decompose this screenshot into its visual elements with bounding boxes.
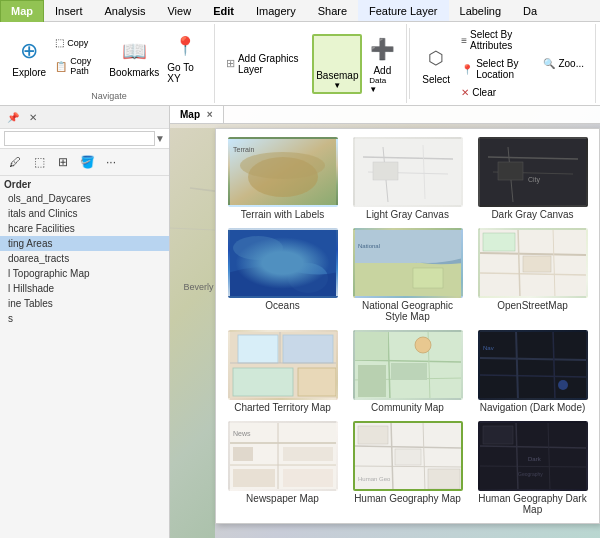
list-item[interactable]: hcare Facilities bbox=[0, 221, 169, 236]
select-button[interactable]: ⬡ Select bbox=[418, 39, 454, 88]
divider-1 bbox=[409, 28, 410, 99]
explore-icon: ⊕ bbox=[13, 35, 45, 67]
newspaper-svg: News bbox=[228, 421, 338, 491]
list-item[interactable]: ine Tables bbox=[0, 296, 169, 311]
select-label: Select bbox=[422, 74, 450, 85]
svg-rect-61 bbox=[233, 447, 253, 461]
map-canvas[interactable]: Beverly Hills bbox=[170, 128, 215, 538]
humangeo-dark-label: Human Geography Dark Map bbox=[478, 493, 588, 515]
tab-analysis[interactable]: Analysis bbox=[94, 0, 157, 21]
bookmarks-button[interactable]: 📖 Bookmarks bbox=[108, 32, 160, 81]
basemap-item-navdark[interactable]: Nav Navigation (Dark Mode) bbox=[474, 330, 591, 413]
community-svg bbox=[353, 330, 463, 400]
select-by-attributes-button[interactable]: ≡ Select By Attributes bbox=[456, 26, 536, 54]
basemap-item-humangeo-dark[interactable]: Dark Geography Human Geography Dark Map bbox=[474, 421, 591, 515]
openstreet-svg bbox=[478, 228, 588, 298]
edit-items: ⊞ Add Graphics Layer Basemap ▼ ➕ bbox=[221, 30, 400, 97]
svg-point-5 bbox=[248, 157, 318, 197]
tab-insert[interactable]: Insert bbox=[44, 0, 94, 21]
tab-share[interactable]: Share bbox=[307, 0, 358, 21]
basemap-thumb-humangeo: Human Geo bbox=[353, 421, 463, 491]
basemap-item-openstreet[interactable]: OpenStreetMap bbox=[474, 228, 591, 322]
tab-view[interactable]: View bbox=[156, 0, 202, 21]
goto-icon: 📍 bbox=[169, 30, 201, 62]
add-data-button[interactable]: ➕ Add Data ▼ bbox=[364, 30, 400, 97]
paste-button[interactable]: 📋 Copy Path bbox=[50, 53, 106, 79]
list-item[interactable]: doarea_tracts bbox=[0, 251, 169, 266]
terrain-svg: Terrain bbox=[228, 137, 338, 207]
basemap-item-terrain[interactable]: Terrain Terrain with Labels bbox=[224, 137, 341, 220]
basemap-item-newspaper[interactable]: News Newspaper Map bbox=[224, 421, 341, 515]
left-panel: 📌 ✕ ▼ 🖊 ⬚ ⊞ 🪣 ··· Order ols_and_Daycares… bbox=[0, 106, 170, 538]
select-by-location-button[interactable]: 📍 Select By Location bbox=[456, 55, 536, 83]
add-graphics-button[interactable]: ⊞ Add Graphics Layer bbox=[221, 50, 306, 78]
tab-map[interactable]: Map bbox=[0, 0, 44, 22]
explore-label: Explore bbox=[12, 67, 46, 78]
basemap-item-natgeo[interactable]: National National Geographic Style Map bbox=[349, 228, 466, 322]
layer-toolbar: 🖊 ⬚ ⊞ 🪣 ··· bbox=[0, 149, 169, 176]
svg-point-55 bbox=[558, 380, 568, 390]
darkgray-svg: City bbox=[478, 137, 588, 207]
list-item[interactable]: s bbox=[0, 311, 169, 326]
basemap-item-charted[interactable]: Charted Territory Map bbox=[224, 330, 341, 413]
basemap-thumb-navdark: Nav bbox=[478, 330, 588, 400]
zoom-button[interactable]: 🔍 Zoo... bbox=[538, 55, 589, 72]
grid-tool-button[interactable]: ⊞ bbox=[52, 151, 74, 173]
basemap-item-oceans[interactable]: Oceans bbox=[224, 228, 341, 322]
drawing-tool-button[interactable]: 🖊 bbox=[4, 151, 26, 173]
svg-rect-17 bbox=[498, 162, 523, 180]
tab-edit[interactable]: Edit bbox=[202, 0, 245, 21]
svg-rect-19 bbox=[228, 228, 338, 298]
svg-text:Human Geo: Human Geo bbox=[358, 476, 391, 482]
copy-button[interactable]: ⬚ Copy bbox=[50, 34, 106, 51]
lightgray-label: Light Gray Canvas bbox=[366, 209, 449, 220]
basemap-thumb-darkgray: City bbox=[478, 137, 588, 207]
list-item[interactable]: l Topographic Map bbox=[0, 266, 169, 281]
clear-icon: ✕ bbox=[461, 87, 469, 98]
map-tab-close[interactable]: × bbox=[207, 109, 213, 120]
svg-line-1 bbox=[170, 228, 215, 238]
list-item[interactable]: itals and Clinics bbox=[0, 206, 169, 221]
paint-tool-button[interactable]: 🪣 bbox=[76, 151, 98, 173]
basemap-item-lightgray[interactable]: Light Gray Canvas bbox=[349, 137, 466, 220]
svg-text:National: National bbox=[358, 243, 380, 249]
oceans-label: Oceans bbox=[265, 300, 299, 311]
basemap-item-darkgray[interactable]: City Dark Gray Canvas bbox=[474, 137, 591, 220]
charted-svg bbox=[228, 330, 338, 400]
list-item[interactable]: ols_and_Daycares bbox=[0, 191, 169, 206]
search-bar: ▼ bbox=[0, 129, 169, 149]
map-background[interactable]: Beverly Hills bbox=[170, 106, 600, 538]
more-tools-button[interactable]: ··· bbox=[100, 151, 122, 173]
community-label: Community Map bbox=[371, 402, 444, 413]
list-item-selected[interactable]: ting Areas bbox=[0, 236, 169, 251]
explore-button[interactable]: ⊕ Explore bbox=[10, 32, 48, 81]
copy-label: Copy bbox=[67, 38, 88, 48]
tab-imagery[interactable]: Imagery bbox=[245, 0, 307, 21]
basemap-item-humangeo[interactable]: Human Geo Human Geography Map bbox=[349, 421, 466, 515]
basemap-thumb-newspaper: News bbox=[228, 421, 338, 491]
search-input[interactable] bbox=[4, 131, 155, 146]
svg-rect-72 bbox=[428, 469, 460, 489]
tab-labeling[interactable]: Labeling bbox=[449, 0, 513, 21]
basemap-item-community[interactable]: Community Map bbox=[349, 330, 466, 413]
svg-rect-37 bbox=[298, 368, 336, 396]
select-tool-button[interactable]: ⬚ bbox=[28, 151, 50, 173]
svg-rect-23 bbox=[353, 263, 463, 298]
svg-text:Nav: Nav bbox=[483, 345, 494, 351]
list-item[interactable]: l Hillshade bbox=[0, 281, 169, 296]
basemap-button[interactable]: Basemap ▼ bbox=[312, 34, 362, 94]
goto-xy-button[interactable]: 📍 Go To XY bbox=[162, 27, 208, 87]
search-icon[interactable]: ▼ bbox=[155, 133, 165, 144]
natgeo-svg: National bbox=[353, 228, 463, 298]
close-panel-button[interactable]: ✕ bbox=[24, 108, 42, 126]
map-roads-svg bbox=[170, 128, 215, 538]
tab-feature-layer[interactable]: Feature Layer bbox=[358, 0, 448, 21]
add-graphics-icon: ⊞ bbox=[226, 57, 235, 70]
clear-button[interactable]: ✕ Clear bbox=[456, 84, 536, 101]
tab-da[interactable]: Da bbox=[512, 0, 548, 21]
map-tab-map[interactable]: Map × bbox=[170, 106, 224, 123]
attributes-label: Select By Attributes bbox=[470, 29, 531, 51]
pin-button[interactable]: 📌 bbox=[4, 108, 22, 126]
svg-point-20 bbox=[233, 236, 283, 260]
svg-rect-24 bbox=[413, 268, 443, 288]
